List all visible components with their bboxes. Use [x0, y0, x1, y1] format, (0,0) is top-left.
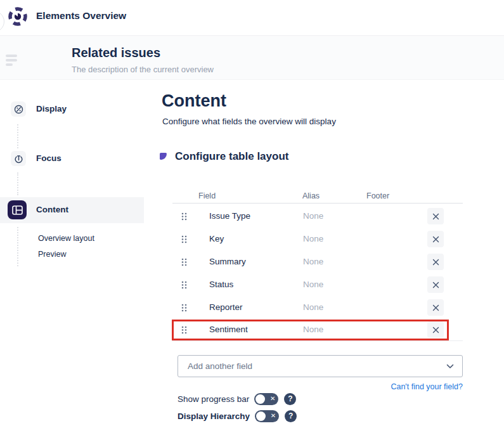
- column-header-footer: Footer: [366, 191, 389, 200]
- field-alias[interactable]: None: [303, 211, 323, 221]
- table-row-issue-type: Issue Type None: [172, 208, 463, 224]
- section-title: Configure table layout: [175, 150, 288, 163]
- field-alias[interactable]: None: [303, 325, 323, 334]
- show-progress-bar-toggle[interactable]: ✕: [254, 393, 278, 405]
- page-title: Content: [162, 91, 226, 111]
- table-row-summary: Summary None: [172, 254, 463, 270]
- chevron-down-icon: [446, 364, 454, 369]
- table-row-status: Status None: [172, 276, 463, 293]
- cant-find-field-link[interactable]: Can't find your field?: [273, 382, 463, 391]
- toggle-off-x-icon: ✕: [270, 394, 275, 403]
- sidebar-connector: [17, 227, 18, 266]
- remove-field-button[interactable]: [427, 231, 444, 247]
- sidebar-item-label: Content: [36, 205, 68, 214]
- toggle-label: Show progress bar: [178, 394, 249, 404]
- column-header-alias: Alias: [302, 191, 320, 200]
- remove-field-button[interactable]: [427, 208, 444, 224]
- close-icon: [432, 327, 439, 333]
- sidebar-item-label: Display: [36, 104, 67, 113]
- remove-field-button[interactable]: [427, 254, 444, 270]
- show-progress-bar-row: Show progress bar ✕ ?: [178, 392, 296, 405]
- close-icon: [432, 259, 439, 266]
- table-bottom-divider: [172, 340, 463, 341]
- drag-handle-icon[interactable]: [181, 304, 187, 312]
- sidebar-item-display[interactable]: Display: [0, 100, 144, 118]
- section-bullet-icon: [160, 153, 167, 160]
- table-header-divider: [172, 203, 463, 204]
- remove-field-button[interactable]: [427, 321, 444, 338]
- help-icon[interactable]: ?: [285, 410, 297, 422]
- field-name: Summary: [209, 257, 246, 266]
- content-board-icon: [8, 200, 27, 219]
- sidebar-connector: [17, 124, 18, 148]
- display-hierarchy-toggle[interactable]: ✕: [255, 410, 279, 422]
- table-row-sentiment: Sentiment None: [172, 321, 463, 338]
- page-subtitle: Configure what fields the overview will …: [162, 117, 336, 126]
- toggle-knob: [256, 411, 266, 421]
- sidebar-connector: [17, 172, 18, 195]
- overview-title: Related issues: [72, 46, 160, 60]
- field-alias[interactable]: None: [303, 280, 323, 289]
- focus-icon: [11, 151, 26, 166]
- table-row-reporter: Reporter None: [172, 299, 463, 316]
- sidebar-subitem-preview[interactable]: Preview: [38, 250, 66, 259]
- drag-handle-icon[interactable]: [181, 212, 187, 221]
- drag-handle-icon[interactable]: [181, 326, 187, 334]
- sidebar-subitem-overview-layout[interactable]: Overview layout: [38, 234, 94, 243]
- elements-overview-app: Elements Overview Related issues The des…: [0, 0, 504, 440]
- close-icon: [432, 213, 439, 220]
- field-name: Reporter: [209, 302, 243, 312]
- overview-description: The description of the current overview: [72, 65, 214, 74]
- field-alias[interactable]: None: [303, 234, 323, 243]
- close-icon: [432, 281, 439, 288]
- edge-circle-decoration: [0, 11, 4, 32]
- overview-banner: Related issues The description of the cu…: [0, 37, 504, 80]
- toggle-label: Display Hierarchy: [178, 411, 250, 421]
- drag-handle-icon[interactable]: [181, 258, 187, 266]
- remove-field-button[interactable]: [427, 276, 444, 293]
- field-name: Sentiment: [209, 325, 248, 334]
- sidebar-item-focus[interactable]: Focus: [0, 150, 144, 167]
- add-field-select[interactable]: Add another field: [178, 355, 463, 377]
- drag-handle-icon[interactable]: [181, 281, 187, 289]
- sidebar-item-content[interactable]: Content: [0, 199, 144, 221]
- app-title: Elements Overview: [36, 10, 126, 22]
- description-lines-icon: [6, 55, 18, 67]
- help-icon[interactable]: ?: [284, 393, 296, 405]
- field-alias[interactable]: None: [303, 302, 323, 312]
- field-name: Issue Type: [209, 211, 250, 221]
- close-icon: [432, 304, 439, 311]
- display-icon: [11, 101, 26, 117]
- field-name: Status: [209, 280, 233, 289]
- display-hierarchy-row: Display Hierarchy ✕ ?: [178, 410, 297, 422]
- sidebar-item-label: Focus: [36, 153, 61, 163]
- field-alias[interactable]: None: [303, 257, 323, 266]
- toggle-off-x-icon: ✕: [271, 411, 276, 420]
- drag-handle-icon[interactable]: [181, 235, 187, 243]
- table-row-key: Key None: [172, 231, 463, 247]
- toggle-knob: [255, 394, 265, 404]
- field-name: Key: [209, 234, 224, 243]
- column-header-field: Field: [198, 191, 216, 200]
- elements-overview-logo-icon: [7, 6, 29, 27]
- app-header: Elements Overview: [0, 0, 504, 36]
- remove-field-button[interactable]: [427, 299, 444, 316]
- close-icon: [432, 236, 439, 243]
- add-field-placeholder: Add another field: [188, 361, 252, 371]
